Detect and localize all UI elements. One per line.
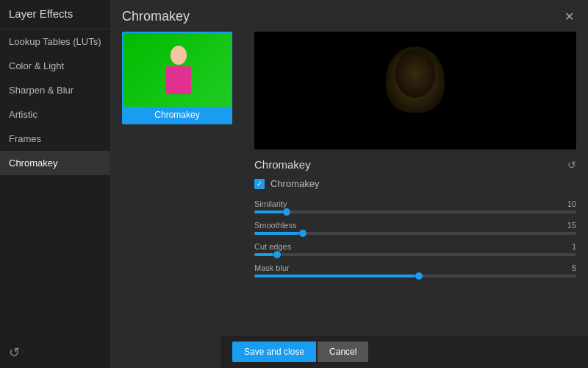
slider-mask-blur-track[interactable] <box>254 275 576 277</box>
controls-title: Chromakey <box>254 158 311 171</box>
sidebar-item-lookup-tables[interactable]: Lookup Tables (LUTs) <box>0 29 110 54</box>
slider-smoothless: Smoothless 15 <box>254 221 576 235</box>
slider-mask-blur-thumb[interactable] <box>415 272 423 280</box>
controls-header: Chromakey ↺ <box>254 158 576 171</box>
app-container: Layer Effects Lookup Tables (LUTs) Color… <box>0 0 588 368</box>
sidebar-item-chromakey[interactable]: Chromakey <box>0 151 110 175</box>
sidebar: Layer Effects Lookup Tables (LUTs) Color… <box>0 0 110 368</box>
portrait-head <box>395 50 436 98</box>
slider-cut-edges-value: 1 <box>572 242 576 251</box>
slider-cut-edges-thumb[interactable] <box>273 251 281 258</box>
reset-icon[interactable]: ↺ <box>9 344 101 361</box>
portrait-dark <box>254 32 576 149</box>
slider-smoothless-thumb[interactable] <box>299 230 306 237</box>
close-button[interactable]: ✕ <box>562 10 576 24</box>
sidebar-header: Layer Effects <box>0 0 110 29</box>
preview-area: Chromakey ↺ Chromakey Similarity 10 <box>254 32 576 368</box>
slider-mask-blur-fill <box>254 275 415 277</box>
slider-mask-blur-header: Mask blur 5 <box>254 263 576 272</box>
slider-similarity: Similarity 10 <box>254 199 576 213</box>
sidebar-item-artistic[interactable]: Artistic <box>0 102 110 127</box>
controls-area: Chromakey ↺ Chromakey Similarity 10 <box>254 158 576 285</box>
sidebar-footer: ↺ <box>0 337 110 368</box>
bottom-bar: Save and close Cancel <box>220 336 588 368</box>
slider-mask-blur-value: 5 <box>572 263 576 272</box>
cancel-button[interactable]: Cancel <box>318 342 368 362</box>
effects-panel: Chromakey <box>122 32 240 368</box>
slider-similarity-track[interactable] <box>254 210 576 213</box>
slider-mask-blur-label: Mask blur <box>254 263 290 272</box>
slider-cut-edges-fill <box>254 253 273 256</box>
slider-similarity-label: Similarity <box>254 199 287 208</box>
chromakey-checkbox[interactable] <box>254 179 265 189</box>
slider-similarity-value: 10 <box>567 199 576 208</box>
preview-image <box>254 32 576 149</box>
slider-mask-blur: Mask blur 5 <box>254 263 576 277</box>
sidebar-item-color-light[interactable]: Color & Light <box>0 54 110 78</box>
sidebar-item-sharpen-blur[interactable]: Sharpen & Blur <box>0 78 110 102</box>
refresh-icon[interactable]: ↺ <box>567 159 576 171</box>
slider-cut-edges-label: Cut edges <box>254 242 291 251</box>
figure-body <box>166 66 191 94</box>
chromakey-checkbox-row: Chromakey <box>254 178 576 189</box>
figure-girl <box>166 46 191 94</box>
main-content: Chromakey ✕ Chromakey <box>110 0 588 368</box>
slider-similarity-fill <box>254 210 283 213</box>
slider-smoothless-track[interactable] <box>254 232 576 235</box>
slider-smoothless-header: Smoothless 15 <box>254 221 576 230</box>
figure-head <box>171 46 187 65</box>
main-header: Chromakey ✕ <box>110 0 588 32</box>
save-button[interactable]: Save and close <box>232 342 316 362</box>
slider-smoothless-label: Smoothless <box>254 221 296 230</box>
checkbox-label: Chromakey <box>270 178 319 189</box>
slider-cut-edges-header: Cut edges 1 <box>254 242 576 251</box>
slider-cut-edges: Cut edges 1 <box>254 242 576 256</box>
slider-cut-edges-track[interactable] <box>254 253 576 256</box>
page-title: Chromakey <box>122 9 190 24</box>
main-body: Chromakey Chromakey ↺ <box>110 32 588 368</box>
slider-similarity-header: Similarity 10 <box>254 199 576 208</box>
thumb-image <box>123 33 232 107</box>
slider-similarity-thumb[interactable] <box>283 208 290 216</box>
effect-thumbnail-chromakey[interactable]: Chromakey <box>122 32 232 124</box>
slider-smoothless-fill <box>254 232 299 235</box>
slider-smoothless-value: 15 <box>567 221 576 230</box>
sidebar-item-frames[interactable]: Frames <box>0 127 110 151</box>
thumb-label: Chromakey <box>123 107 231 123</box>
